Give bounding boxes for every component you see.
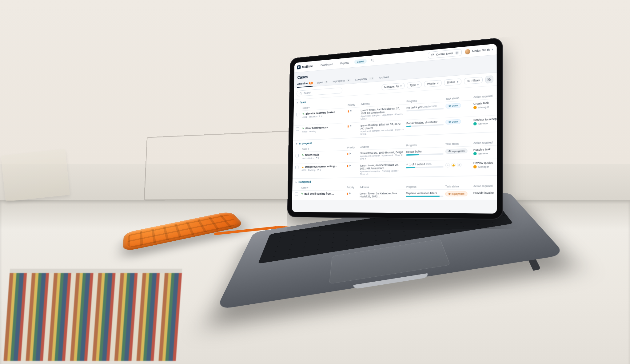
- chevron-down-icon: ▾: [457, 80, 458, 84]
- filter-priority[interactable]: Priority▾: [424, 80, 441, 87]
- col-action[interactable]: Action required: [473, 93, 497, 99]
- task-status-cell: ⦿ Open: [445, 102, 471, 109]
- nav-cases[interactable]: Cases: [354, 59, 367, 65]
- address-line2: Apartment complex · Parking Space · Floo…: [360, 169, 404, 175]
- col-task-status[interactable]: Task status: [445, 185, 472, 188]
- tab-attention[interactable]: Attention 5: [297, 80, 313, 88]
- tab-open[interactable]: Open 7: [317, 78, 329, 86]
- tab-in-progress[interactable]: In progress 4: [333, 77, 350, 85]
- priority-flags: ▮⚑: [348, 109, 359, 113]
- tab-archived[interactable]: Archived: [379, 73, 389, 81]
- case-title: ✎ Boiler repair: [302, 152, 345, 157]
- view-toggle-button[interactable]: [485, 75, 493, 84]
- task-status-cell: ⦿ In payment: [445, 192, 471, 196]
- svg-line-1: [373, 61, 374, 61]
- col-task-status[interactable]: Task status: [446, 96, 472, 101]
- filter-managed-by[interactable]: Managed by▾: [381, 83, 405, 90]
- col-case[interactable]: Case ▾: [301, 186, 345, 189]
- vote-badges: ☆👍⊘: [445, 162, 472, 167]
- nav-reports[interactable]: Reports: [338, 60, 352, 66]
- address-line2: Apartment complex · Apartment · Floor 3 …: [360, 128, 405, 136]
- col-task-status[interactable]: Task status: [445, 141, 471, 145]
- row-checkbox[interactable]: [296, 113, 299, 117]
- col-priority[interactable]: Priority: [347, 186, 358, 189]
- status-badge: ⦿ Open: [445, 103, 461, 109]
- address-line1: Lorem Tower, Aambeeldstraat 20, 1021 KB …: [361, 106, 405, 115]
- col-progress[interactable]: Progress: [406, 143, 443, 147]
- chevron-down-icon: ▸: [296, 180, 297, 183]
- row-checkbox[interactable]: [296, 127, 299, 131]
- control-tower-button[interactable]: Control tower 0: [428, 49, 462, 59]
- assignee: Servicer: [473, 151, 497, 155]
- row-checkbox[interactable]: [295, 192, 298, 196]
- col-action[interactable]: Action required: [473, 184, 497, 188]
- status-badge: ⦿ In payment: [445, 192, 467, 196]
- status-badge: ⦿ Open: [445, 119, 461, 125]
- col-action[interactable]: Action required: [473, 140, 497, 144]
- svg-line-6: [467, 82, 469, 82]
- warning-icon: ▲: [302, 165, 304, 168]
- control-tower-count: 0: [455, 51, 459, 55]
- assignee: Manager: [473, 164, 497, 168]
- task-status-cell: ⦿ In progress: [445, 148, 471, 154]
- filters-button[interactable]: Filters: [464, 77, 483, 85]
- address-line2: Apartment complex · Apartment · Floor 2 …: [360, 153, 405, 160]
- row-checkbox[interactable]: [295, 166, 298, 169]
- filter-label: Managed by: [384, 85, 399, 89]
- nav-dashboard[interactable]: Dashboard: [318, 62, 335, 68]
- user-menu[interactable]: Marion Smith ▾: [465, 47, 493, 54]
- svg-rect-9: [488, 80, 489, 81]
- tower-icon: [431, 53, 434, 57]
- paper-stack: [1, 149, 70, 201]
- bookshelf: [4, 269, 182, 361]
- tab-label: Attention: [297, 82, 308, 85]
- svg-line-3: [301, 94, 302, 94]
- address-line2: Apartment complex · Apartment · Floor 1 …: [361, 113, 405, 120]
- search-icon[interactable]: [371, 58, 374, 63]
- case-icon: ✎: [302, 154, 304, 157]
- control-tower-label: Control tower: [436, 52, 453, 56]
- case-title: ▲ Dangerous corner exiting…: [302, 164, 345, 168]
- primary-nav: Dashboard Reports Cases: [318, 59, 367, 68]
- table-row[interactable]: ✎ Bad smell coming from…▮⚑Lorem Tower, 1…: [292, 189, 497, 200]
- sliders-icon: [467, 79, 470, 83]
- progress-bar: [406, 153, 443, 156]
- search-input[interactable]: Search: [297, 87, 342, 97]
- tab-count: 4: [346, 79, 350, 82]
- filter-type[interactable]: Type▾: [407, 81, 421, 89]
- table-row[interactable]: ▲ Dangerous corner exiting…#796 · Parkin…: [293, 159, 497, 179]
- photo-scene: F facilitee Dashboard Reports Cases: [0, 0, 630, 364]
- grid-icon: [487, 77, 491, 81]
- progress-bar: [406, 196, 443, 197]
- app-screen: F facilitee Dashboard Reports Cases: [292, 44, 497, 214]
- col-address[interactable]: Address: [360, 185, 404, 189]
- col-progress[interactable]: Progress: [406, 185, 444, 188]
- case-meta: #802 · Heating: [302, 129, 346, 133]
- tab-count: 7: [324, 81, 328, 83]
- filter-label: Status: [447, 81, 455, 84]
- tab-completed[interactable]: Completed 12: [355, 75, 374, 83]
- col-address[interactable]: Address: [361, 100, 405, 106]
- filter-label: Filters: [472, 79, 480, 82]
- case-meta: #801 · Elevator · ⚑ 4: [302, 113, 346, 119]
- col-priority[interactable]: Priority: [347, 146, 359, 149]
- col-progress[interactable]: Progress: [406, 97, 444, 103]
- chevron-down-icon: ▸: [296, 142, 297, 145]
- brand[interactable]: F facilitee: [297, 64, 313, 69]
- case-title: ✎ Elevator eastwing broken: [302, 110, 346, 116]
- col-priority[interactable]: Priority: [348, 103, 359, 107]
- chevron-down-icon: ▸: [297, 101, 298, 104]
- progress-bar: [406, 166, 444, 168]
- svg-rect-7: [488, 78, 489, 79]
- case-title: ✎ Floor heating repair: [302, 125, 346, 130]
- case-title: ✎ Bad smell coming from…: [301, 192, 345, 195]
- case-icon: ✎: [302, 127, 305, 130]
- col-case[interactable]: Case ▾: [302, 146, 345, 150]
- chevron-down-icon: ▾: [417, 83, 419, 86]
- filter-label: Type: [410, 83, 416, 87]
- row-checkbox[interactable]: [296, 154, 299, 157]
- col-address[interactable]: Address: [360, 144, 405, 148]
- col-case[interactable]: Case ▾: [303, 104, 346, 109]
- filter-status[interactable]: Status▾: [444, 78, 461, 86]
- chevron-down-icon: ▾: [492, 48, 493, 51]
